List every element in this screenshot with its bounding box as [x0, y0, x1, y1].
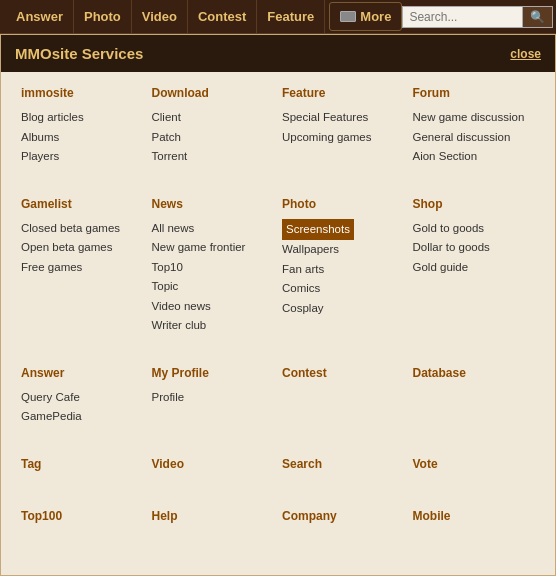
sections-row1: immosite Blog articles Albums Players Do… — [17, 86, 539, 181]
link-open-beta[interactable]: Open beta games — [21, 238, 144, 258]
link-blog-articles[interactable]: Blog articles — [21, 108, 144, 128]
link-comics[interactable]: Comics — [282, 279, 405, 299]
link-video-news[interactable]: Video news — [152, 297, 275, 317]
link-general-discussion[interactable]: General discussion — [413, 128, 536, 148]
section-company-title: Company — [282, 509, 405, 525]
section-download-title: Download — [152, 86, 275, 102]
link-closed-beta[interactable]: Closed beta games — [21, 219, 144, 239]
section-video: Video — [148, 457, 279, 493]
link-topic[interactable]: Topic — [152, 277, 275, 297]
section-gamelist-title: Gamelist — [21, 197, 144, 213]
section-answer-title: Answer — [21, 366, 144, 382]
section-top100: Top100 — [17, 509, 148, 545]
top-nav: Answer Photo Video Contest Feature More … — [0, 0, 556, 34]
panel-title: MMOsite Services — [15, 45, 143, 62]
panel-header: MMOsite Services close — [1, 35, 555, 72]
section-help: Help — [148, 509, 279, 545]
link-albums[interactable]: Albums — [21, 128, 144, 148]
section-forum: Forum New game discussion General discus… — [409, 86, 540, 181]
services-panel: MMOsite Services close immosite Blog art… — [0, 34, 556, 576]
link-free-games[interactable]: Free games — [21, 258, 144, 278]
link-dollar-to-goods[interactable]: Dollar to goods — [413, 238, 536, 258]
link-gamepedia[interactable]: GamePedia — [21, 407, 144, 427]
section-shop: Shop Gold to goods Dollar to goods Gold … — [409, 197, 540, 350]
section-vote-title: Vote — [413, 457, 536, 473]
section-tag: Tag — [17, 457, 148, 493]
nav-answer[interactable]: Answer — [6, 0, 74, 33]
nav-photo[interactable]: Photo — [74, 0, 132, 33]
link-special-features[interactable]: Special Features — [282, 108, 405, 128]
section-video-title: Video — [152, 457, 275, 473]
section-search-title: Search — [282, 457, 405, 473]
envelope-icon — [340, 11, 356, 22]
search-button[interactable]: 🔍 — [522, 6, 553, 28]
sections-row3: Answer Query Cafe GamePedia My Profile P… — [17, 366, 539, 441]
section-vote: Vote — [409, 457, 540, 493]
section-contest-title: Contest — [282, 366, 405, 382]
search-area: 🔍 — [402, 6, 553, 28]
nav-more-button[interactable]: More — [329, 2, 402, 31]
section-immosite: immosite Blog articles Albums Players — [17, 86, 148, 181]
link-aion-section[interactable]: Aion Section — [413, 147, 536, 167]
section-tag-title: Tag — [21, 457, 144, 473]
link-all-news[interactable]: All news — [152, 219, 275, 239]
section-my-profile: My Profile Profile — [148, 366, 279, 441]
sections-row2: Gamelist Closed beta games Open beta gam… — [17, 197, 539, 350]
link-fan-arts[interactable]: Fan arts — [282, 260, 405, 280]
section-photo-title: Photo — [282, 197, 405, 213]
section-database: Database — [409, 366, 540, 441]
section-news-title: News — [152, 197, 275, 213]
search-input[interactable] — [402, 6, 522, 28]
link-cosplay[interactable]: Cosplay — [282, 299, 405, 319]
section-mobile-title: Mobile — [413, 509, 536, 525]
section-news: News All news New game frontier Top10 To… — [148, 197, 279, 350]
link-players[interactable]: Players — [21, 147, 144, 167]
more-label: More — [360, 9, 391, 24]
close-button[interactable]: close — [510, 47, 541, 61]
section-contest: Contest — [278, 366, 409, 441]
section-answer: Answer Query Cafe GamePedia — [17, 366, 148, 441]
section-feature: Feature Special Features Upcoming games — [278, 86, 409, 181]
section-help-title: Help — [152, 509, 275, 525]
section-mobile: Mobile — [409, 509, 540, 545]
link-client[interactable]: Client — [152, 108, 275, 128]
section-database-title: Database — [413, 366, 536, 382]
section-feature-title: Feature — [282, 86, 405, 102]
nav-feature[interactable]: Feature — [257, 0, 325, 33]
section-company: Company — [278, 509, 409, 545]
link-patch[interactable]: Patch — [152, 128, 275, 148]
link-upcoming-games[interactable]: Upcoming games — [282, 128, 405, 148]
link-profile[interactable]: Profile — [152, 388, 275, 408]
section-gamelist: Gamelist Closed beta games Open beta gam… — [17, 197, 148, 350]
section-immosite-title: immosite — [21, 86, 144, 102]
sections-row4: Tag Video Search Vote — [17, 457, 539, 493]
section-shop-title: Shop — [413, 197, 536, 213]
link-torrent[interactable]: Torrent — [152, 147, 275, 167]
link-new-game-discussion[interactable]: New game discussion — [413, 108, 536, 128]
link-new-game-frontier[interactable]: New game frontier — [152, 238, 275, 258]
section-forum-title: Forum — [413, 86, 536, 102]
nav-video[interactable]: Video — [132, 0, 188, 33]
nav-contest[interactable]: Contest — [188, 0, 257, 33]
link-gold-guide[interactable]: Gold guide — [413, 258, 536, 278]
section-my-profile-title: My Profile — [152, 366, 275, 382]
link-writer-club[interactable]: Writer club — [152, 316, 275, 336]
link-gold-to-goods[interactable]: Gold to goods — [413, 219, 536, 239]
section-search: Search — [278, 457, 409, 493]
section-top100-title: Top100 — [21, 509, 144, 525]
sections-row5: Top100 Help Company Mobile — [17, 509, 539, 545]
link-screenshots[interactable]: Screenshots — [282, 219, 354, 241]
panel-content: immosite Blog articles Albums Players Do… — [1, 72, 555, 575]
link-query-cafe[interactable]: Query Cafe — [21, 388, 144, 408]
section-photo: Photo Screenshots Wallpapers Fan arts Co… — [278, 197, 409, 350]
link-wallpapers[interactable]: Wallpapers — [282, 240, 405, 260]
link-top10[interactable]: Top10 — [152, 258, 275, 278]
section-download: Download Client Patch Torrent — [148, 86, 279, 181]
